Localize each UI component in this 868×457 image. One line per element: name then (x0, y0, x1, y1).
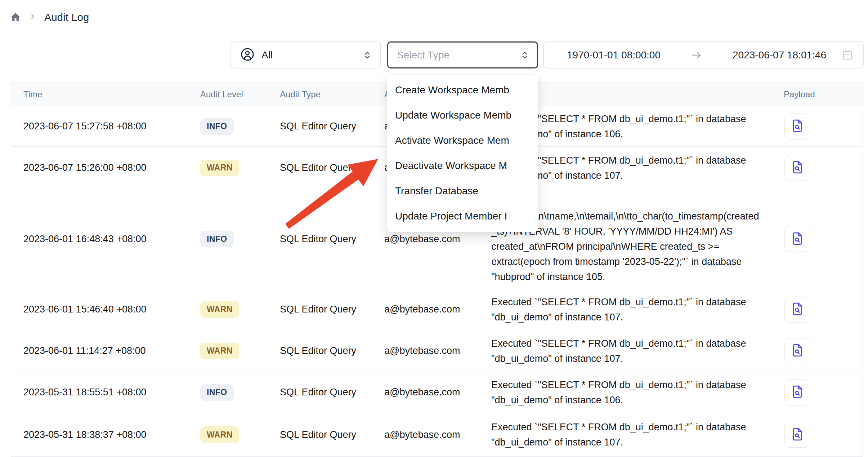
file-search-icon (791, 302, 804, 317)
table-row: 2023-05-31 18:55:51 +08:00 INFO SQL Edit… (11, 372, 863, 413)
view-payload-button[interactable] (784, 338, 810, 364)
cell-audit-type: SQL Editor Query (280, 234, 384, 245)
table-row: 2023-06-01 11:14:27 +08:00 WARN SQL Edit… (11, 330, 863, 372)
file-search-icon (791, 119, 804, 134)
cell-audit-type: SQL Editor Query (280, 162, 384, 173)
dropdown-option[interactable]: Create Workspace Memb (387, 77, 538, 103)
table-row: 2023-05-31 18:38:37 +08:00 WARN SQL Edit… (11, 413, 863, 457)
file-search-icon (791, 343, 804, 358)
view-payload-button[interactable] (784, 226, 810, 252)
file-search-icon (791, 385, 804, 400)
cell-time: 2023-06-01 15:46:40 +08:00 (11, 304, 200, 315)
cell-time: 2023-06-07 15:26:00 +08:00 (11, 162, 200, 173)
column-header-payload: Payload (769, 89, 863, 99)
dropdown-option[interactable]: Transfer Database (387, 178, 538, 204)
dropdown-option[interactable]: Activate Workspace Mem (387, 128, 538, 153)
dropdown-option[interactable]: Deactivate Workspace M (387, 153, 538, 178)
cell-time: 2023-05-31 18:55:51 +08:00 (11, 387, 200, 398)
home-icon[interactable] (10, 12, 21, 23)
cell-time: 2023-05-31 18:38:37 +08:00 (11, 429, 200, 440)
dropdown-option[interactable]: Update Workspace Memb (387, 103, 538, 128)
audit-type-placeholder: Select Type (397, 49, 449, 61)
table-row: 2023-06-01 15:46:40 +08:00 WARN SQL Edit… (11, 289, 863, 330)
view-payload-button[interactable] (784, 380, 810, 405)
column-header-audit-type: Audit Type (280, 89, 384, 99)
user-circle-icon (240, 47, 255, 63)
cell-actor: a@bytebase.com (384, 429, 491, 440)
audit-level-badge: INFO (200, 118, 234, 135)
audit-level-badge: INFO (200, 384, 234, 401)
cell-comment: Executed `"SELECT * FROM db_ui_demo.t1;"… (491, 415, 769, 454)
cell-audit-type: SQL Editor Query (280, 387, 384, 398)
view-payload-button[interactable] (784, 422, 810, 448)
page-title: Audit Log (44, 12, 89, 23)
audit-level-badge: WARN (200, 160, 239, 176)
column-header-audit-level: Audit Level (200, 89, 280, 99)
audit-level-badge: INFO (200, 231, 234, 247)
file-search-icon (791, 232, 804, 247)
view-payload-button[interactable] (784, 297, 810, 323)
audit-level-badge: WARN (200, 426, 239, 443)
calendar-icon[interactable] (841, 49, 854, 61)
chevron-up-down-icon (520, 50, 530, 60)
date-range-end: 2023-06-07 18:01:46 (733, 49, 826, 61)
cell-actor: a@bytebase.com (384, 345, 491, 356)
chevron-right-icon (29, 13, 36, 22)
actor-filter-value: All (261, 49, 273, 61)
cell-actor: a@bytebase.com (384, 387, 491, 398)
cell-audit-type: SQL Editor Query (280, 304, 384, 315)
file-search-icon (791, 427, 804, 442)
breadcrumb: Audit Log (10, 9, 89, 25)
file-search-icon (791, 160, 804, 175)
cell-audit-type: SQL Editor Query (280, 345, 384, 356)
audit-level-badge: WARN (200, 343, 239, 359)
cell-time: 2023-06-07 15:27:58 +08:00 (11, 121, 200, 132)
cell-actor: a@bytebase.com (384, 304, 491, 315)
cell-actor: a@bytebase.com (384, 234, 491, 245)
dropdown-option[interactable]: Update Project Member I (387, 204, 538, 229)
audit-level-badge: WARN (200, 301, 239, 318)
cell-time: 2023-06-01 11:14:27 +08:00 (11, 345, 200, 356)
cell-time: 2023-06-01 16:48:43 +08:00 (11, 234, 200, 245)
view-payload-button[interactable] (784, 155, 810, 181)
cell-comment: Executed `"SELECT * FROM db_ui_demo.t1;"… (491, 332, 769, 371)
cell-comment: Executed `"SELECT * FROM db_ui_demo.t1;"… (491, 373, 769, 412)
actor-filter-select[interactable]: All (231, 41, 381, 68)
audit-type-select[interactable]: Select Type (387, 41, 538, 68)
arrow-right-icon (690, 49, 703, 61)
type-dropdown: Create Workspace MembUpdate Workspace Me… (387, 75, 538, 232)
column-header-time: Time (11, 89, 200, 99)
date-range-start: 1970-01-01 08:00:00 (567, 49, 661, 61)
cell-audit-type: SQL Editor Query (280, 429, 384, 440)
cell-audit-type: SQL Editor Query (280, 121, 384, 132)
chevron-up-down-icon (362, 50, 372, 60)
cell-comment: Executed `"SELECT * FROM db_ui_demo.t1;"… (491, 290, 769, 329)
date-range-picker[interactable]: 1970-01-01 08:00:00 2023-06-07 18:01:46 (543, 41, 864, 68)
view-payload-button[interactable] (784, 114, 810, 139)
